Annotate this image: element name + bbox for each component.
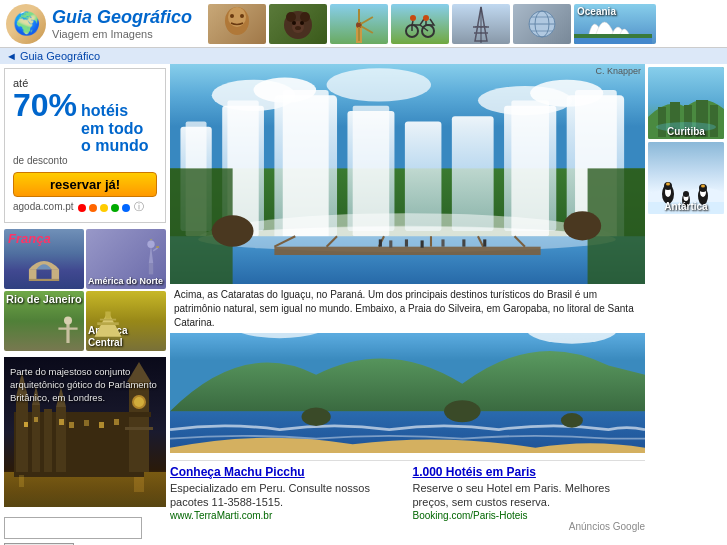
svg-rect-16 [358,27,360,41]
antartica-label: Antártica [650,201,722,212]
svg-point-36 [147,240,154,247]
header-thumb-4[interactable] [391,4,449,44]
svg-rect-58 [125,427,153,430]
svg-rect-13 [358,9,360,23]
ad-dots [78,204,130,212]
svg-point-5 [286,12,296,22]
svg-rect-35 [149,263,153,274]
header-thumb-2[interactable] [269,4,327,44]
ad-paris-text: Reserve o seu Hotel em Paris. Melhores p… [413,481,646,510]
ad-hoteis: hotéis em todo o mundo [81,102,149,155]
svg-rect-44 [100,318,116,320]
destination-nav: França América do Norte [0,227,170,353]
header-thumb-oceania[interactable]: Oceania [574,4,656,44]
dest-tile-franca[interactable]: França [4,229,84,289]
svg-point-6 [300,12,310,22]
svg-rect-31 [574,38,652,44]
ad-desconto: de desconto [13,155,149,167]
dot-yellow [100,204,108,212]
svg-point-121 [561,413,583,428]
svg-point-105 [212,215,254,246]
ad-info-icon[interactable]: ⓘ [134,200,144,214]
svg-rect-67 [99,422,104,428]
svg-rect-69 [134,477,144,492]
svg-line-37 [153,248,157,251]
site-subtitle: Viagem em Imagens [52,28,192,40]
dot-red [78,204,86,212]
header-thumb-1[interactable] [208,4,266,44]
svg-rect-38 [156,246,159,247]
svg-point-119 [302,408,331,426]
ad-block: até 70% hotéis em todo o mundo de descon… [4,68,166,223]
svg-rect-109 [405,239,408,246]
londres-image: Parte do majestoso conjunto arquitetônic… [4,357,166,507]
svg-rect-110 [421,240,424,247]
main-layout: até 70% hotéis em todo o mundo de descon… [0,64,727,545]
ad-site: agoda.com.pt [13,201,74,212]
dest-tile-rio[interactable]: Rio de Janeiro [4,291,84,351]
ad-machu-picchu-link[interactable]: www.TerraMarti.com.br [170,510,403,521]
breadcrumb-text: ◄ Guia Geográfico [6,50,100,62]
svg-point-40 [64,316,72,324]
right-thumb-antartica[interactable]: Antártica [648,142,724,214]
site-title: Guia Geográfico [52,7,192,28]
search-block: Pesquisar [0,511,170,545]
anuncios-google: Anúncios Google [413,521,646,532]
ad-machu-picchu-text: Especializado em Peru. Consulte nossos p… [170,481,403,510]
svg-point-106 [564,211,602,240]
svg-rect-54 [56,407,66,472]
svg-rect-108 [389,240,392,247]
londres-caption: Parte do majestoso conjunto arquitetônic… [10,365,160,405]
reservar-button[interactable]: reservar já! [13,172,157,197]
svg-rect-66 [84,420,89,426]
dot-orange [89,204,97,212]
dest-tile-america-central[interactable]: América Central [86,291,166,351]
svg-rect-68 [114,419,119,425]
ad-content: até 70% hotéis em todo o mundo de descon… [13,77,149,167]
bottom-ads: Conheça Machu Picchu Especializado em Pe… [170,460,645,536]
svg-rect-43 [97,322,119,325]
header: 🌍 Guia Geográfico Viagem em Imagens [0,0,727,48]
ad-percent: 70% [13,89,77,121]
svg-point-19 [410,15,416,21]
svg-rect-15 [360,25,373,34]
header-thumb-5[interactable] [452,4,510,44]
ad-site-row: agoda.com.pt ⓘ [13,200,157,214]
logo-icon: 🌍 [6,4,46,44]
svg-point-3 [240,14,244,18]
svg-rect-14 [360,16,373,25]
svg-point-74 [327,68,431,101]
curitiba-label: Curitiba [650,126,722,137]
header-title-block: Guia Geográfico Viagem em Imagens [52,7,192,40]
ad-machu-picchu-title[interactable]: Conheça Machu Picchu [170,465,403,479]
dest-tile-america-norte[interactable]: América do Norte [86,229,166,289]
header-thumb-3[interactable] [330,4,388,44]
franca-label: França [8,231,51,246]
ad-paris-link[interactable]: Booking.com/Paris-Hoteis [413,510,646,521]
svg-point-10 [295,26,301,30]
breadcrumb[interactable]: ◄ Guia Geográfico [0,48,727,64]
svg-rect-87 [452,116,494,231]
ad-paris-title[interactable]: 1.000 Hotéis em Paris [413,465,646,479]
right-column: Curitiba [645,64,727,545]
svg-point-2 [230,14,234,18]
bottom-ad-machu-picchu: Conheça Machu Picchu Especializado em Pe… [170,465,403,532]
svg-rect-62 [24,422,28,427]
svg-rect-39 [66,323,69,343]
left-column: até 70% hotéis em todo o mundo de descon… [0,64,170,545]
header-thumb-6[interactable] [513,4,571,44]
svg-rect-64 [59,419,64,425]
svg-rect-113 [483,239,486,246]
svg-rect-51 [32,405,40,472]
second-row [170,330,645,456]
svg-rect-96 [274,247,540,255]
dot-blue [122,204,130,212]
dot-green [111,204,119,212]
header-thumbnails: Oceania [208,4,721,44]
right-thumb-curitiba[interactable]: Curitiba [648,67,724,139]
svg-rect-65 [69,422,74,428]
svg-point-20 [423,15,429,21]
svg-rect-112 [462,239,465,246]
svg-point-120 [444,400,481,422]
search-input[interactable] [4,517,142,539]
